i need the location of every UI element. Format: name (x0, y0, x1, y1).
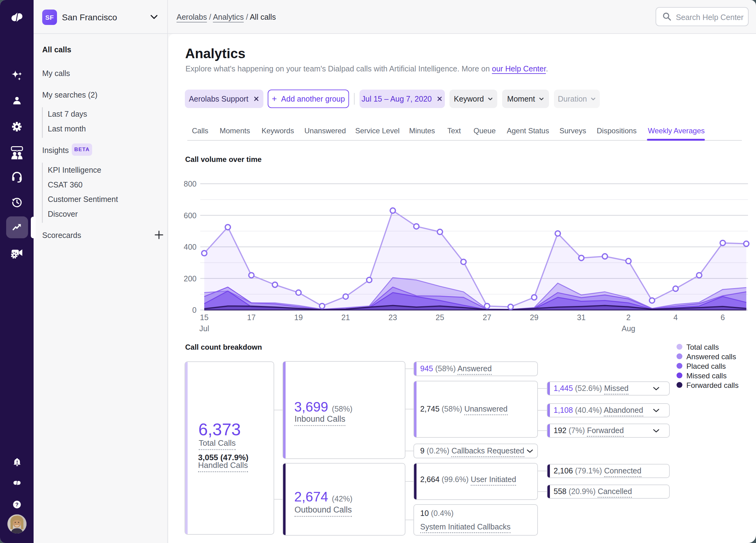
svg-text:400: 400 (184, 243, 197, 251)
svg-text:21: 21 (341, 313, 350, 322)
svg-text:29: 29 (530, 313, 539, 322)
svg-text:600: 600 (184, 211, 197, 220)
svg-text:23: 23 (388, 313, 397, 322)
svg-text:200: 200 (184, 274, 197, 283)
svg-text:25: 25 (436, 313, 444, 322)
svg-text:15: 15 (200, 313, 209, 322)
svg-text:0: 0 (192, 306, 197, 314)
svg-text:?: ? (15, 502, 18, 508)
svg-text:17: 17 (247, 313, 256, 322)
svg-text:19: 19 (294, 313, 303, 322)
svg-text:6: 6 (721, 313, 725, 322)
svg-text:4: 4 (673, 313, 678, 322)
svg-text:Aug: Aug (622, 324, 635, 333)
svg-text:31: 31 (577, 313, 586, 322)
svg-text:27: 27 (483, 313, 491, 322)
svg-text:Jul: Jul (199, 324, 209, 333)
svg-text:800: 800 (184, 180, 197, 188)
svg-text:2: 2 (626, 313, 631, 322)
